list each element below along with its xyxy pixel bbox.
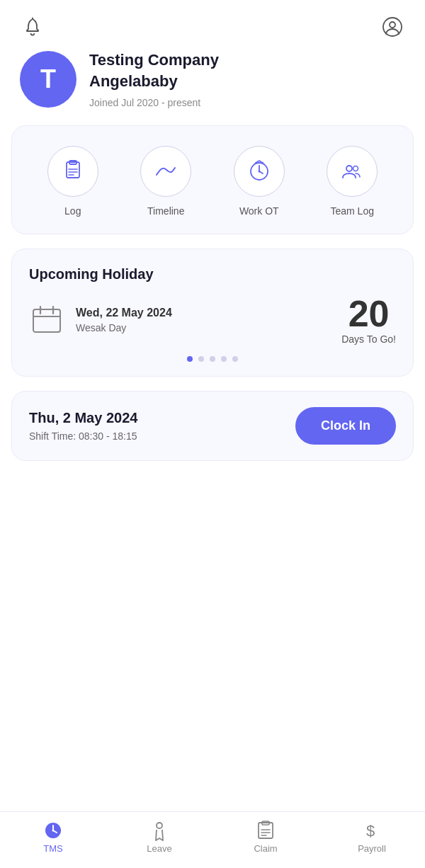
dot-3[interactable]: [210, 356, 215, 362]
action-timeline[interactable]: Timeline: [140, 146, 191, 217]
action-log[interactable]: Log: [47, 146, 98, 217]
avatar: T: [20, 51, 76, 108]
dot-2[interactable]: [198, 356, 204, 362]
clockin-date: Thu, 2 May 2024: [29, 410, 137, 426]
holiday-name: Wesak Day: [76, 322, 172, 333]
holiday-date: Wed, 22 May 2024: [76, 307, 172, 319]
holiday-left: Wed, 22 May 2024 Wesak Day: [29, 302, 172, 338]
calendar-icon: [29, 302, 64, 338]
action-team-log[interactable]: Team Log: [327, 146, 378, 217]
holiday-card: Upcoming Holiday Wed, 22 May 2024 Wesak …: [11, 249, 414, 377]
svg-rect-14: [33, 309, 60, 332]
leave-label: Leave: [147, 843, 171, 854]
nav-claim[interactable]: Claim: [244, 821, 287, 854]
log-circle: [47, 146, 98, 197]
timeline-label: Timeline: [147, 205, 184, 217]
svg-line-11: [259, 171, 263, 173]
work-ot-circle: [234, 146, 285, 197]
tms-icon: [43, 821, 63, 840]
holiday-content: Wed, 22 May 2024 Wesak Day 20 Days To Go…: [29, 295, 396, 345]
nav-payroll[interactable]: $ Payroll: [351, 821, 393, 854]
days-label: Days To Go!: [341, 333, 396, 345]
company-name: Testing Company: [89, 51, 219, 69]
profile-section: T Testing Company Angelababy Joined Jul …: [0, 51, 425, 125]
joined-date: Joined Jul 2020 - present: [89, 97, 219, 108]
clock-in-button[interactable]: Clock In: [295, 407, 396, 445]
payroll-icon: $: [362, 821, 382, 840]
clockin-card: Thu, 2 May 2024 Shift Time: 08:30 - 18:1…: [11, 391, 414, 461]
payroll-label: Payroll: [358, 843, 386, 854]
svg-point-12: [346, 166, 352, 171]
holiday-title: Upcoming Holiday: [29, 266, 396, 282]
quick-actions-card: Log Timeline Work OT: [11, 125, 414, 234]
team-log-circle: [327, 146, 378, 197]
svg-point-22: [157, 823, 162, 828]
timeline-circle: [140, 146, 191, 197]
claim-icon: [256, 821, 276, 840]
header: [0, 0, 425, 51]
bottom-nav: TMS Leave Claim $: [0, 811, 425, 868]
user-profile-icon[interactable]: [380, 14, 405, 40]
holiday-details: Wed, 22 May 2024 Wesak Day: [76, 307, 172, 333]
log-label: Log: [64, 205, 81, 217]
svg-point-2: [390, 22, 395, 28]
work-ot-label: Work OT: [239, 205, 279, 217]
notification-bell-icon[interactable]: [20, 14, 45, 40]
claim-label: Claim: [254, 843, 277, 854]
dot-4[interactable]: [221, 356, 227, 362]
action-work-ot[interactable]: Work OT: [234, 146, 285, 217]
svg-text:$: $: [366, 822, 375, 840]
profile-info: Testing Company Angelababy Joined Jul 20…: [89, 51, 219, 108]
tms-label: TMS: [43, 843, 62, 854]
nav-leave[interactable]: Leave: [138, 821, 181, 854]
user-name: Angelababy: [89, 72, 219, 91]
dot-1[interactable]: [187, 356, 193, 362]
dot-5[interactable]: [232, 356, 238, 362]
leave-icon: [149, 821, 169, 840]
nav-tms[interactable]: TMS: [32, 821, 74, 854]
days-to-go-container: 20 Days To Go!: [341, 295, 396, 345]
days-number: 20: [341, 295, 396, 332]
actions-row: Log Timeline Work OT: [26, 146, 399, 217]
pagination-dots: [29, 356, 396, 362]
team-log-label: Team Log: [331, 205, 374, 217]
clockin-info: Thu, 2 May 2024 Shift Time: 08:30 - 18:1…: [29, 410, 137, 442]
svg-point-13: [353, 166, 358, 171]
clockin-shift: Shift Time: 08:30 - 18:15: [29, 430, 137, 442]
